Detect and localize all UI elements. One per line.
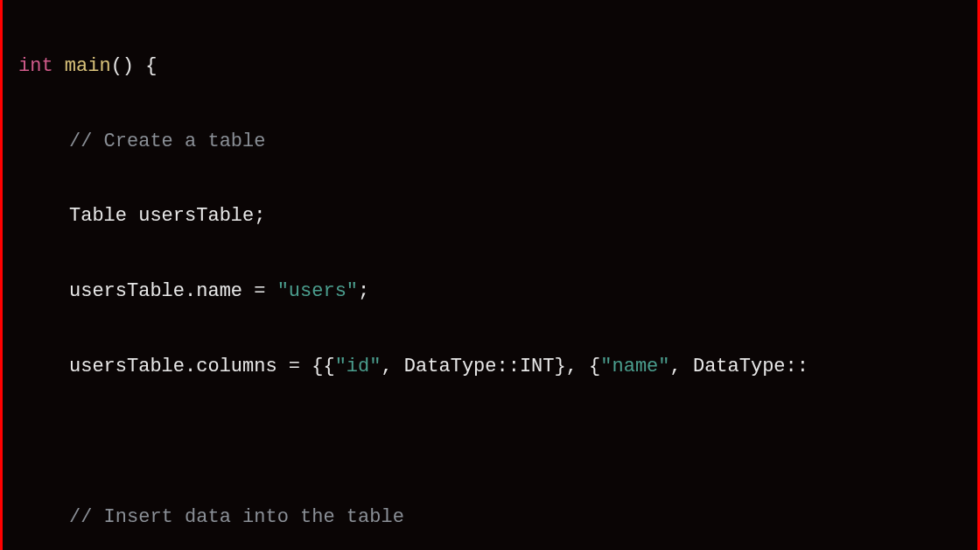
code-line: // Insert data into the table xyxy=(18,499,962,537)
assign-lhs: usersTable.name = xyxy=(69,280,277,302)
code-line: usersTable.columns = {{"id", DataType::I… xyxy=(18,349,962,386)
comment: // Create a table xyxy=(69,130,265,152)
code-line: // Create a table xyxy=(18,123,962,161)
keyword-int: int xyxy=(18,55,53,77)
blank-line xyxy=(18,424,962,462)
function-main: main xyxy=(65,55,111,77)
code-editor[interactable]: int main() { // Create a table Table use… xyxy=(3,0,977,550)
text: , DataType:: xyxy=(670,356,808,377)
string-literal: "name" xyxy=(600,356,669,377)
string-literal: "id" xyxy=(335,356,382,377)
parens-brace: () { xyxy=(111,55,158,77)
code-line: usersTable.name = "users"; xyxy=(18,273,962,311)
declaration: Table usersTable; xyxy=(69,205,265,227)
semicolon: ; xyxy=(358,280,369,302)
comment: // Insert data into the table xyxy=(69,506,404,528)
string-literal: "users" xyxy=(277,280,358,302)
code-line: int main() { xyxy=(18,48,962,86)
assign-lhs: usersTable.columns = {{ xyxy=(69,356,335,377)
code-line: Table usersTable; xyxy=(18,198,962,236)
text: , DataType::INT}, { xyxy=(381,356,600,377)
